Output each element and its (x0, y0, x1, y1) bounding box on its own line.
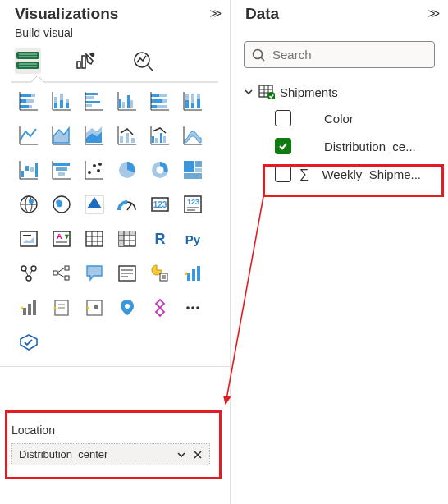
svg-rect-48 (191, 94, 194, 103)
collapse-pane-icon[interactable]: >> (209, 7, 218, 21)
remove-field-icon[interactable] (193, 450, 203, 460)
stacked-column-chart-icon[interactable] (48, 87, 75, 115)
svg-rect-39 (159, 94, 167, 97)
decomposition-tree-icon[interactable] (48, 259, 75, 287)
ribbon-chart-icon[interactable] (179, 121, 207, 149)
kpi-icon[interactable] (15, 225, 43, 253)
collapse-data-pane-icon[interactable]: >> (427, 7, 437, 21)
svg-point-160 (191, 306, 194, 309)
line-chart-icon[interactable] (15, 121, 43, 149)
multi-row-card-icon[interactable]: 123 (179, 190, 207, 218)
clustered-column-chart-icon[interactable] (113, 87, 141, 115)
shape-map-icon[interactable] (113, 294, 141, 322)
key-influencers-icon[interactable] (15, 259, 43, 287)
field-color[interactable]: Color (242, 104, 440, 132)
svg-rect-144 (160, 273, 167, 281)
analytics-tab[interactable] (130, 48, 156, 74)
filled-map-icon[interactable] (48, 190, 75, 218)
qa-visual-icon[interactable] (80, 259, 108, 287)
svg-rect-76 (35, 163, 38, 177)
svg-rect-19 (54, 103, 57, 108)
svg-rect-46 (185, 94, 189, 100)
gauge-icon[interactable] (113, 190, 141, 218)
svg-rect-27 (85, 96, 94, 99)
svg-line-138 (57, 268, 65, 273)
treemap-icon[interactable] (179, 156, 207, 184)
svg-rect-29 (85, 104, 92, 107)
svg-line-139 (57, 273, 65, 277)
svg-rect-28 (85, 101, 100, 103)
smart-narrative-icon[interactable] (113, 259, 141, 287)
power-apps-icon[interactable] (15, 294, 43, 322)
svg-rect-151 (28, 304, 31, 315)
location-label: Location (11, 424, 210, 437)
svg-point-159 (186, 306, 190, 309)
hundred-percent-bar-chart-icon[interactable] (146, 87, 174, 115)
search-box[interactable] (244, 41, 435, 68)
svg-rect-62 (131, 138, 135, 143)
table-icon[interactable] (80, 225, 108, 253)
svg-rect-135 (53, 271, 57, 275)
search-input[interactable] (244, 41, 435, 68)
svg-rect-148 (192, 269, 195, 281)
svg-rect-14 (20, 105, 29, 108)
paginated-report-icon[interactable] (146, 259, 174, 287)
format-visual-tab[interactable] (72, 48, 98, 74)
location-field-well: Location Distribution_center (0, 417, 222, 477)
card-icon[interactable]: 123 (146, 190, 174, 218)
table-shipments[interactable]: Shipments (242, 80, 440, 104)
svg-rect-80 (56, 167, 67, 171)
checkbox-distribution-center[interactable] (275, 138, 291, 154)
azure-map-icon[interactable] (80, 190, 108, 218)
more-options-icon[interactable] (179, 294, 207, 322)
location-field-name: Distribution_center (19, 448, 107, 460)
svg-rect-81 (58, 172, 65, 176)
custom-visual-icon[interactable] (15, 328, 43, 356)
arcgis-map-icon[interactable] (179, 259, 207, 287)
svg-rect-67 (160, 133, 162, 143)
slicer-icon[interactable]: A▼ (48, 225, 75, 253)
line-stacked-column-chart-icon[interactable] (113, 121, 141, 149)
svg-rect-32 (119, 99, 121, 108)
svg-rect-95 (195, 168, 202, 172)
svg-rect-136 (65, 266, 69, 270)
waterfall-chart-icon[interactable] (15, 156, 43, 184)
svg-rect-21 (60, 100, 63, 108)
chevron-down-icon[interactable] (176, 450, 186, 460)
pie-chart-icon[interactable] (113, 156, 141, 184)
esri-map-icon[interactable] (80, 294, 108, 322)
stacked-bar-chart-icon[interactable] (15, 87, 43, 115)
area-chart-icon[interactable] (48, 121, 75, 149)
build-tabs (0, 44, 230, 74)
svg-line-165 (261, 57, 264, 61)
svg-rect-47 (185, 100, 189, 108)
table-label: Shipments (280, 85, 338, 99)
checkbox-color[interactable] (275, 110, 291, 126)
get-more-visuals-icon[interactable] (146, 294, 174, 322)
svg-rect-50 (197, 94, 200, 99)
field-distribution-center[interactable]: Distribution_ce... (242, 132, 440, 160)
hundred-percent-column-chart-icon[interactable] (179, 87, 207, 115)
scatter-chart-icon[interactable] (80, 156, 108, 184)
svg-point-84 (88, 171, 91, 174)
svg-rect-123 (119, 231, 124, 246)
power-automate-icon[interactable] (48, 294, 75, 322)
clustered-bar-chart-icon[interactable] (80, 87, 108, 115)
line-clustered-column-chart-icon[interactable] (146, 121, 174, 149)
search-icon (251, 48, 266, 62)
map-icon[interactable] (15, 190, 43, 218)
donut-chart-icon[interactable] (146, 156, 174, 184)
r-visual-icon[interactable]: R (146, 225, 174, 253)
funnel-chart-icon[interactable] (48, 156, 75, 184)
svg-rect-43 (157, 105, 167, 108)
python-visual-icon[interactable]: Py (179, 225, 207, 253)
location-field-item[interactable]: Distribution_center (11, 443, 210, 465)
svg-rect-23 (66, 103, 69, 108)
stacked-area-chart-icon[interactable] (80, 121, 108, 149)
svg-rect-79 (53, 163, 70, 166)
svg-text:123: 123 (153, 200, 167, 209)
svg-rect-65 (152, 136, 154, 143)
build-visual-tab[interactable] (15, 48, 41, 74)
matrix-icon[interactable] (113, 225, 141, 253)
svg-rect-94 (195, 161, 202, 167)
